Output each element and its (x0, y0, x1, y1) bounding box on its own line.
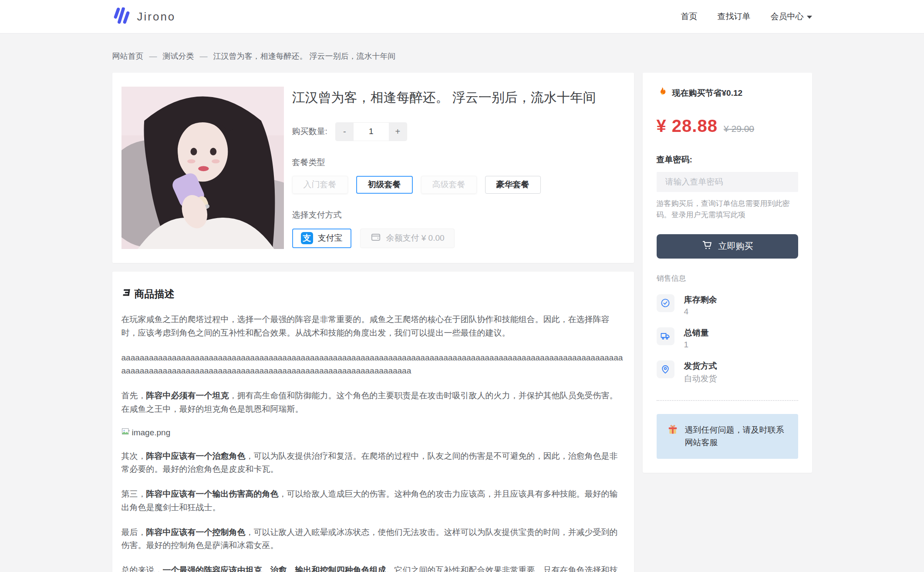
quantity-stepper: - 1 + (335, 122, 407, 141)
package-option[interactable]: 入门套餐 (292, 176, 348, 194)
balance-pay-option[interactable]: 余额支付 ¥ 0.00 (360, 229, 455, 248)
sales-item-title: 总销量 (684, 327, 709, 339)
alipay-label: 支付宝 (318, 232, 343, 244)
breadcrumb-item: 江汉曾为客，相逢每醉还。 浮云一别后，流水十年间 (213, 51, 396, 61)
product-title: 江汉曾为客，相逢每醉还。 浮云一别后，流水十年间 (292, 89, 625, 106)
fire-icon (657, 87, 668, 100)
cart-icon (701, 239, 713, 253)
brand-logo[interactable]: Jirono (112, 7, 176, 26)
broken-image-placeholder: image.png (121, 427, 625, 438)
description-paragraph: 最后，阵容中应该有一个控制角色，可以让敌人进入眩晕或冰冻状态，使他们无法攻击。这… (121, 526, 625, 553)
description-icon (121, 288, 132, 301)
order-password-input[interactable] (657, 172, 798, 192)
sales-item-value: 1 (684, 340, 709, 350)
package-type-label: 套餐类型 (292, 157, 625, 168)
product-image (121, 87, 284, 249)
description-paragraph: 其次，阵容中应该有一个治愈角色，可以为队友提供治疗和复活。在爬塔的过程中，队友之… (121, 450, 625, 477)
sales-info-title: 销售信息 (657, 273, 798, 283)
divider (657, 400, 798, 401)
payment-method-label: 选择支付方式 (292, 209, 625, 221)
quantity-plus-button[interactable]: + (389, 123, 407, 141)
order-password-note: 游客购买后，查询订单信息需要用到此密码。登录用户无需填写此项 (657, 198, 798, 221)
sales-info-list: 库存剩余4总销量1发货方式自动发货 (657, 294, 798, 384)
chevron-down-icon (807, 16, 812, 19)
quantity-minus-button[interactable]: - (336, 123, 354, 141)
description-paragraph: 总的来说，一个最强的阵容应该由坦克、治愈、输出和控制四种角色组成。它们之间的互补… (121, 564, 625, 572)
description-paragraph: 首先，阵容中必须有一个坦克，拥有高生命值和防御能力。这个角色的主要职责是在攻击时… (121, 389, 625, 416)
package-option[interactable]: 豪华套餐 (485, 176, 541, 194)
quantity-value[interactable]: 1 (354, 123, 389, 141)
header: Jirono 首页查找订单会员中心 (0, 0, 924, 34)
broken-image-icon (121, 427, 130, 438)
alipay-option[interactable]: 支 支付宝 (292, 229, 351, 248)
sales-info-item: 总销量1 (657, 327, 798, 350)
alipay-icon: 支 (301, 232, 313, 244)
sales-info-item: 发货方式自动发货 (657, 360, 798, 384)
description-paragraph: 在玩家咸鱼之王的爬塔过程中，选择一个最强的阵容是非常重要的。咸鱼之王爬塔的核心在… (121, 313, 625, 340)
nav-item[interactable]: 查找订单 (718, 11, 751, 22)
savings-text: 现在购买节省¥0.12 (672, 87, 743, 99)
package-option[interactable]: 初级套餐 (356, 176, 413, 194)
breadcrumb-separator: — (149, 52, 157, 61)
sales-info-item: 库存剩余4 (657, 294, 798, 316)
buy-now-label: 立即购买 (718, 240, 753, 252)
original-price: ¥ 29.00 (724, 124, 754, 134)
description-card: 商品描述 在玩家咸鱼之王的爬塔过程中，选择一个最强的阵容是非常重要的。咸鱼之王爬… (112, 272, 634, 572)
wallet-icon (370, 232, 381, 245)
purchase-panel: 现在购买节省¥0.12 ¥ 28.88 ¥ 29.00 查单密码: 游客购买后，… (643, 73, 812, 473)
nav-item-label: 首页 (681, 11, 698, 22)
description-paragraph: 第三，阵容中应该有一个输出伤害高的角色，可以给敌人造成巨大的伤害。这种角色的攻击… (121, 488, 625, 515)
package-options: 入门套餐初级套餐高级套餐豪华套餐 (292, 176, 625, 194)
order-password-label: 查单密码: (657, 154, 798, 165)
current-price: ¥ 28.88 (657, 116, 718, 136)
nav-item[interactable]: 首页 (681, 11, 698, 22)
description-paragraph: aaaaaaaaaaaaaaaaaaaaaaaaaaaaaaaaaaaaaaaa… (121, 351, 625, 378)
support-notice: 遇到任何问题，请及时联系网站客服 (657, 414, 798, 459)
truck-icon (657, 327, 674, 345)
breadcrumb-separator: — (200, 52, 208, 61)
sales-item-title: 发货方式 (684, 360, 717, 372)
check-circle-icon (657, 294, 674, 312)
brand-logo-icon (112, 7, 131, 26)
product-card: 江汉曾为客，相逢每醉还。 浮云一别后，流水十年间 购买数量: - 1 + 套餐类… (112, 73, 634, 263)
gift-icon (667, 424, 678, 438)
breadcrumb-item[interactable]: 测试分类 (163, 51, 194, 61)
nav-item[interactable]: 会员中心 (771, 11, 812, 22)
location-pin-icon (657, 360, 674, 378)
description-body: 在玩家咸鱼之王的爬塔过程中，选择一个最强的阵容是非常重要的。咸鱼之王爬塔的核心在… (121, 313, 625, 572)
breadcrumb-item[interactable]: 网站首页 (112, 51, 144, 61)
header-nav: 首页查找订单会员中心 (681, 11, 812, 22)
sales-item-value: 自动发货 (684, 373, 717, 384)
nav-item-label: 查找订单 (718, 11, 751, 22)
sales-item-title: 库存剩余 (684, 294, 717, 306)
balance-pay-label: 余额支付 ¥ 0.00 (386, 232, 445, 244)
sales-item-value: 4 (684, 307, 717, 316)
quantity-label: 购买数量: (292, 126, 327, 137)
breadcrumb: 网站首页—测试分类—江汉曾为客，相逢每醉还。 浮云一别后，流水十年间 (112, 51, 812, 61)
brand-name: Jirono (137, 10, 176, 24)
description-heading: 商品描述 (135, 287, 175, 301)
support-notice-text: 遇到任何问题，请及时联系网站客服 (685, 424, 788, 449)
broken-image-alt-text: image.png (132, 428, 171, 437)
nav-item-label: 会员中心 (771, 11, 804, 22)
buy-now-button[interactable]: 立即购买 (657, 234, 798, 259)
package-option[interactable]: 高级套餐 (421, 176, 477, 194)
